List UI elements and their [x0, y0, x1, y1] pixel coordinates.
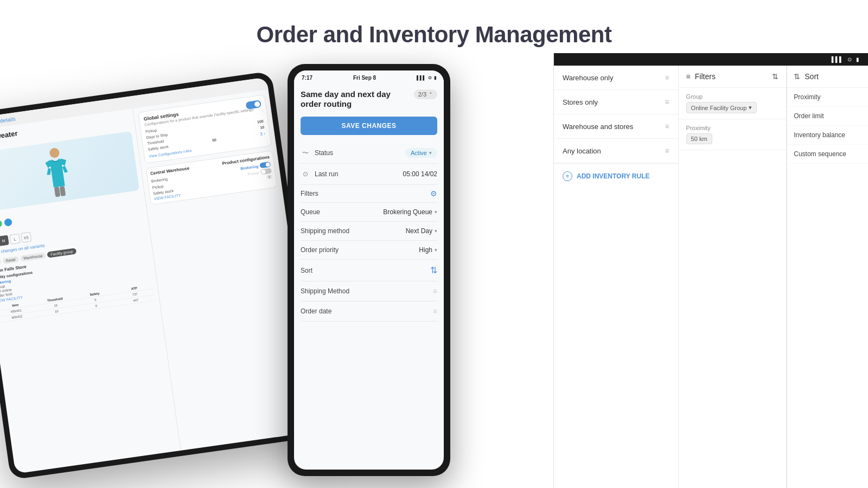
shipping-method-value[interactable]: Next Day ▾ — [406, 227, 437, 235]
group-filter-row: Group Online Facility Group ▾ — [679, 88, 787, 119]
chevron-up-icon: ⌃ — [429, 92, 433, 97]
sort-label: Sort — [301, 267, 312, 274]
queue-value[interactable]: Brokering Queue ▾ — [383, 208, 437, 216]
last-run-field-left: ⊙ Last run — [301, 169, 338, 179]
add-rule-circle-icon: + — [563, 171, 572, 181]
sort-title: Sort — [805, 72, 819, 81]
page-title: Order and Inventory Management — [0, 0, 868, 53]
sort-arrows-icon: ⇅ — [794, 72, 800, 81]
size-m[interactable]: M — [0, 235, 9, 246]
product-person-icon — [39, 144, 76, 200]
tc-title: Same day and next day order routing — [301, 89, 391, 109]
location-panel: Warehouse only ≡ Stores only ≡ Warehouse… — [554, 66, 679, 488]
filters-header: ≡ Filters ⇅ — [679, 66, 787, 88]
last-run-label: Last run — [315, 170, 338, 178]
wifi-signal-icon: ⊙ — [847, 56, 852, 62]
order-priority-label: Order priority — [301, 246, 339, 254]
sort-field: Sort ⇅ — [301, 260, 437, 281]
tab-retail[interactable]: Retail — [2, 256, 19, 264]
status-field-left: 〜 Status — [301, 148, 333, 158]
size-xs[interactable]: XS — [21, 232, 31, 243]
shipping-method-label: Shipping method — [301, 227, 349, 235]
drag-icon-stores: ≡ — [665, 98, 669, 106]
filters-label: Filters — [301, 190, 318, 197]
tablet-left: ← Product details Jade Sweater T3041_Blu… — [0, 71, 322, 480]
last-run-field: ⊙ Last run 05:00 14/02 — [301, 164, 437, 185]
filters-row[interactable]: Filters ⚙ — [301, 185, 437, 203]
battery-full-icon: ▮ — [856, 56, 859, 62]
add-rule-label: ADD INVENTORY RULE — [577, 172, 649, 180]
group-dropdown-arrow: ▾ — [749, 104, 752, 111]
sort-panel: ⇅ Sort Proximity Order limit Inventory b… — [787, 66, 868, 488]
brokering-toggle[interactable] — [259, 162, 271, 169]
svg-rect-2 — [60, 186, 66, 196]
tablet-left-screen: ← Product details Jade Sweater T3041_Blu… — [0, 77, 316, 474]
pagination-text: 2/3 — [418, 91, 426, 98]
order-date-drag-icon[interactable]: ≡ — [433, 307, 437, 316]
panel-content: Warehouse only ≡ Stores only ≡ Warehouse… — [554, 66, 868, 488]
tl-content: Jade Sweater T3041_Blue — [0, 89, 316, 474]
proximity-filter-label: Proximity — [686, 125, 779, 131]
sort-item-inventory-balance[interactable]: Inventory balance — [787, 126, 868, 145]
proximity-filter-row: Proximity 50 km — [679, 119, 787, 150]
color-green[interactable] — [0, 220, 3, 228]
clock-icon: ⊙ — [301, 169, 310, 179]
filters-title: Filters — [695, 72, 716, 81]
save-changes-button[interactable]: SAVE CHANGES — [301, 117, 437, 135]
drag-icon-any: ≡ — [665, 146, 669, 155]
status-bar-icons: ▌▌▌ ⊙ ▮ — [417, 75, 436, 80]
location-item-warehouse-only[interactable]: Warehouse only ≡ — [554, 66, 678, 90]
queue-label: Queue — [301, 208, 320, 216]
tablet-center: 7:17 Fri Sep 8 ▌▌▌ ⊙ ▮ Same day and next… — [288, 64, 450, 476]
location-item-warehouse-and-stores[interactable]: Warehouse and stores ≡ — [554, 114, 678, 139]
shipping-method-drag-field: Shipping Method ≡ — [301, 281, 437, 301]
filters-panel: ≡ Filters ⇅ Group Online Facility Group … — [679, 66, 787, 488]
time-display: 7:17 — [302, 75, 312, 81]
queue-field: Queue Brokering Queue ▾ — [301, 203, 437, 222]
sort-item-proximity[interactable]: Proximity — [787, 88, 868, 107]
proximity-dropdown[interactable]: 50 km — [686, 133, 712, 144]
status-label: Status — [315, 149, 333, 157]
pickup-toggle[interactable] — [260, 168, 272, 175]
last-run-value: 05:00 14/02 — [403, 170, 437, 178]
svg-point-0 — [49, 147, 60, 158]
sort-item-custom-sequence[interactable]: Custom sequence — [787, 145, 868, 164]
date-display: Fri Sep 8 — [353, 75, 376, 81]
status-value-badge[interactable]: Active ▾ — [405, 148, 437, 158]
right-panel: ▌▌▌ ⊙ ▮ Warehouse only ≡ Stores only ≡ W… — [553, 53, 868, 488]
status-field: 〜 Status Active ▾ — [301, 143, 437, 164]
devices-area: ← Product details Jade Sweater T3041_Blu… — [0, 53, 868, 465]
color-blue[interactable] — [4, 218, 12, 227]
proximity-dropdown-value: 50 km — [691, 136, 707, 142]
drag-handle-icon[interactable]: ≡ — [433, 287, 437, 296]
group-dropdown[interactable]: Online Facility Group ▾ — [686, 102, 757, 113]
tc-header: Same day and next day order routing 2/3 … — [301, 89, 437, 109]
sort-lines-icon: ⇅ — [772, 72, 778, 81]
order-priority-field: Order priority High ▾ — [301, 241, 437, 260]
svg-rect-1 — [54, 187, 60, 197]
filter-lines-icon: ≡ — [686, 72, 691, 81]
tc-screen: 7:17 Fri Sep 8 ▌▌▌ ⊙ ▮ Same day and next… — [294, 70, 444, 470]
order-priority-value[interactable]: High ▾ — [419, 246, 437, 254]
sort-icon-btn[interactable]: ⇅ — [430, 265, 437, 275]
signal-bars-icon: ▌▌▌ — [417, 75, 426, 80]
tab-all[interactable]: All — [0, 259, 1, 266]
shipping-method-field: Shipping method Next Day ▾ — [301, 222, 437, 241]
sort-item-order-limit[interactable]: Order limit — [787, 107, 868, 126]
size-l[interactable]: L — [9, 234, 20, 245]
location-item-any-location[interactable]: Any location ≡ — [554, 139, 678, 163]
filter-icon[interactable]: ⚙ — [430, 189, 437, 198]
location-item-stores-only[interactable]: Stores only ≡ — [554, 90, 678, 114]
panel-top-bar: ▌▌▌ ⊙ ▮ — [554, 53, 868, 66]
drag-icon-warehouse: ≡ — [665, 73, 669, 82]
tab-facility-group[interactable]: Facility group — [47, 248, 77, 258]
add-inventory-rule-button[interactable]: + ADD INVENTORY RULE — [554, 163, 678, 189]
order-date-label: Order date — [301, 307, 331, 315]
tab-warehouse[interactable]: Warehouse — [20, 252, 46, 262]
wifi-icon: ⊙ — [428, 75, 432, 80]
filters-title-area: ≡ Filters — [686, 72, 716, 81]
wave-icon: 〜 — [301, 148, 310, 158]
safety-stock-value: 5 — [266, 175, 272, 180]
tc-main: Same day and next day order routing 2/3 … — [294, 83, 444, 470]
pagination-control[interactable]: 2/3 ⌃ — [414, 89, 437, 99]
